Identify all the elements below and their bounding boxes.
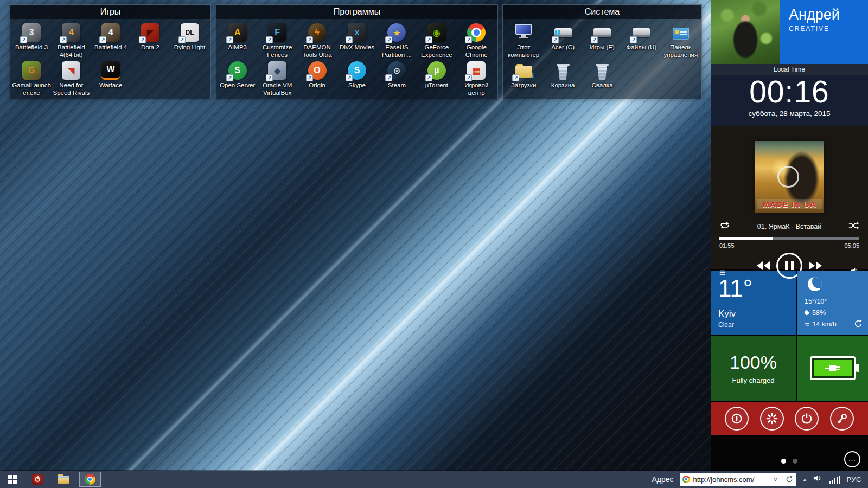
fence-group-games: Игры 3↗Battlefield 34↗Battlefield 4(64 b… (10, 4, 211, 99)
volume-tray-icon[interactable] (813, 474, 823, 485)
desktop-icon-label: EaseUS Partition ... (377, 43, 417, 59)
fence-grid-programs: A↗AIMP3F↗Customize Fencesϟ↗DAEMON Tools … (216, 19, 497, 99)
desktop-icon-label: Battlefield 4(64 bit) (52, 43, 91, 59)
sleep-power-button[interactable] (795, 407, 819, 431)
desktop-icon-gamailauncher[interactable]: GGamaiLauncher.exe (11, 61, 52, 97)
desktop-icon-control-panel[interactable]: Панель управления (661, 23, 700, 59)
music-player: MADE IN UA 01. ЯрмаК - Вставай 01:55 05:… (711, 126, 868, 269)
desktop-icon-battlefield-3[interactable]: 3↗Battlefield 3 (11, 23, 52, 59)
repeat-icon[interactable] (719, 221, 730, 232)
battlefield-3-icon: 3↗ (22, 23, 41, 42)
fence-grid-games: 3↗Battlefield 34↗Battlefield 4(64 bit)4↗… (10, 19, 210, 99)
shortcut-arrow-icon: ↗ (512, 74, 519, 81)
desktop-icon-game-center[interactable]: ▦↗Игровой центр (457, 61, 496, 97)
restart-button[interactable] (760, 407, 784, 431)
desktop-icon-label: Open Server (220, 81, 255, 89)
desktop-icon-label: DivX Movies (340, 43, 374, 51)
chrome-taskbar-button[interactable] (79, 472, 101, 487)
desktop-icon-aimp3[interactable]: A↗AIMP3 (218, 23, 257, 59)
weather-details-tile: 15°/10° 58% ≈ 14 km/h (797, 271, 868, 335)
address-url: http://johncms.com/ (693, 476, 770, 484)
desktop-icon-label: Игровой центр (457, 81, 496, 97)
desktop-icon-label: Origin (309, 81, 326, 89)
desktop-icon-label: Dota 2 (141, 43, 159, 51)
desktop-icon-downloads[interactable]: ↓↗Загрузки (504, 61, 543, 97)
refresh-button[interactable] (782, 473, 796, 486)
desktop-icon-recycle-bin[interactable]: Корзина (543, 61, 582, 97)
desktop-icon-this-pc[interactable]: Этот компьютер (504, 23, 543, 59)
shortcut-arrow-icon: ↗ (385, 74, 392, 81)
geforce-experience-icon: ◉↗ (427, 23, 446, 42)
power-app-button[interactable] (28, 472, 47, 487)
shortcut-arrow-icon: ↗ (266, 36, 273, 43)
desktop-icon-skype[interactable]: S↗Skype (337, 61, 376, 97)
desktop-icon-battlefield-4[interactable]: 4↗Battlefield 4 (91, 23, 131, 59)
battery-percent: 100% (730, 352, 777, 373)
shortcut-arrow-icon: ↗ (425, 36, 432, 43)
more-options-button[interactable]: … (844, 451, 860, 467)
shortcut-arrow-icon: ↗ (60, 36, 67, 43)
tray-expand-icon[interactable]: ▲ (802, 477, 808, 483)
shortcut-arrow-icon: ↗ (465, 36, 472, 43)
desktop-icon-virtualbox[interactable]: ◆↗Oracle VM VirtualBox (257, 61, 297, 97)
fence-title-programs[interactable]: Программы (216, 5, 497, 19)
desktop-icon-label: Steam (388, 81, 406, 89)
desktop-icon-steam[interactable]: ⊙↗Steam (377, 61, 417, 97)
desktop-icon-open-server[interactable]: S↗Open Server (218, 61, 257, 97)
screen: Игры 3↗Battlefield 34↗Battlefield 4(64 b… (0, 0, 868, 488)
shuffle-icon[interactable] (848, 222, 859, 232)
chevron-down-icon[interactable]: ∨ (773, 476, 778, 483)
desktop-icon-geforce-experience[interactable]: ◉↗GeForce Experience (417, 23, 456, 59)
fence-title-games[interactable]: Игры (10, 5, 210, 19)
desktop-icon-customize-fences[interactable]: F↗Customize Fences (257, 23, 297, 59)
page-dots[interactable] (781, 459, 797, 464)
page-dot-active[interactable] (781, 459, 786, 464)
weather-wind: 14 km/h (812, 320, 836, 328)
wind-icon: ≈ (805, 322, 809, 327)
desktop-icon-nfs-rivals[interactable]: ◥Need for Speed Rivals (52, 61, 91, 97)
desktop-icon-label: Need for Speed Rivals (52, 81, 91, 97)
desktop-icon-divx-movies[interactable]: x↗DivX Movies (337, 23, 376, 59)
playlist-icon[interactable]: ≡ (719, 268, 725, 277)
desktop-icon-warface[interactable]: WWarface (91, 61, 131, 97)
origin-icon: O↗ (308, 61, 327, 80)
shortcut-arrow-icon: ↗ (385, 36, 392, 43)
dota-2-icon: ◤↗ (141, 23, 160, 42)
weather-refresh-icon[interactable] (854, 319, 863, 330)
warface-icon: W (101, 61, 120, 80)
track-title: 01. ЯрмаК - Вставай (730, 223, 848, 230)
network-signal-icon[interactable] (829, 476, 840, 484)
desktop-icon-acer-c[interactable]: ↗Acer (C) (543, 23, 582, 59)
desktop-icon-dota-2[interactable]: ◤↗Dota 2 (131, 23, 170, 59)
shutdown-button[interactable] (725, 407, 749, 431)
rewind-button[interactable] (757, 261, 770, 270)
desktop-icon-label: Этот компьютер (504, 43, 543, 59)
desktop-icon-label: Игры (E) (590, 43, 615, 51)
language-indicator[interactable]: РУС (846, 476, 861, 484)
desktop-icon-origin[interactable]: O↗Origin (297, 61, 337, 97)
desktop-icon-label: Свалка (591, 81, 612, 89)
seek-bar[interactable] (719, 237, 859, 240)
desktop-icon-battlefield-4-64[interactable]: 4↗Battlefield 4(64 bit) (52, 23, 91, 59)
page-dot[interactable] (793, 459, 797, 464)
desktop-icon-label: GamaiLauncher.exe (11, 81, 52, 97)
profile-tile[interactable]: Андрей CREATIVE (711, 0, 868, 64)
desktop-icon-games-e[interactable]: ↗Игры (E) (583, 23, 622, 59)
desktop-icon-files-u[interactable]: ↗Файлы (U) (622, 23, 661, 59)
fence-title-system[interactable]: Система (503, 5, 701, 19)
desktop-icon-dying-light[interactable]: DL↗Dying Light (170, 23, 209, 59)
desktop-icon-utorrent[interactable]: µ↗µTorrent (417, 61, 456, 97)
desktop-icon-svalka[interactable]: Свалка (583, 61, 622, 97)
desktop-icon-daemon-tools[interactable]: ϟ↗DAEMON Tools Ultra (297, 23, 337, 59)
address-input[interactable]: http://johncms.com/ ∨ (680, 473, 782, 486)
desktop-icon-easeus-partition[interactable]: ★↗EaseUS Partition ... (377, 23, 417, 59)
power-actions-bar (711, 402, 868, 435)
forward-button[interactable] (809, 261, 822, 270)
file-explorer-button[interactable] (54, 472, 73, 487)
start-button[interactable] (3, 472, 22, 487)
desktop-icon-google-chrome[interactable]: ↗Google Chrome (457, 23, 496, 59)
svalka-icon (592, 61, 612, 80)
logoff-key-button[interactable] (830, 407, 854, 431)
profile-photo (711, 0, 780, 64)
power-app-icon (32, 474, 43, 485)
